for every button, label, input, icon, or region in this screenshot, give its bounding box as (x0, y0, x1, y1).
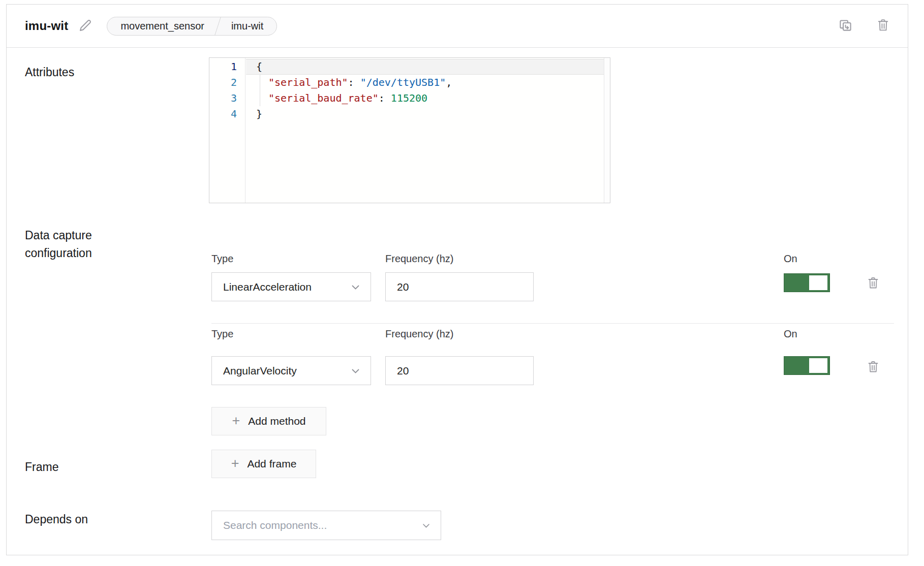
trash-icon (867, 367, 879, 375)
code-token: , (446, 76, 452, 88)
capture-toggle[interactable] (784, 273, 830, 292)
trash-icon (877, 18, 889, 34)
type-select-value: LinearAcceleration (223, 281, 352, 293)
type-select[interactable]: AngularVelocity (211, 356, 371, 385)
attributes-json-editor[interactable]: 1 2 3 4 { "serial_path": "/dev/ttyUSB1",… (209, 57, 610, 203)
frequency-input[interactable] (385, 356, 534, 385)
frame-label: Frame (25, 460, 58, 474)
code-token: : (348, 76, 360, 88)
component-header: imu-wit movement_sensor imu-wit (7, 5, 908, 48)
duplicate-icon (839, 18, 852, 34)
data-capture-label: Data capture configuration (25, 227, 134, 262)
line-number: 4 (209, 106, 245, 122)
type-select[interactable]: LinearAcceleration (211, 272, 371, 301)
toggle-knob (809, 358, 827, 373)
add-frame-button[interactable]: + Add frame (211, 450, 316, 478)
code-line: { (246, 59, 604, 75)
type-select-value: AngularVelocity (223, 365, 352, 377)
code-token: "serial_baud_rate" (268, 92, 379, 104)
chevron-down-icon (423, 521, 429, 530)
add-method-button[interactable]: + Add method (211, 407, 326, 435)
code-line: } (246, 106, 604, 122)
pencil-icon (79, 19, 91, 33)
code-token: { (256, 60, 262, 73)
code-token: : (379, 92, 391, 104)
edit-name-button[interactable] (79, 19, 91, 33)
capture-toggle[interactable] (784, 356, 830, 375)
type-label: Type (211, 253, 233, 265)
row-divider (211, 323, 894, 324)
toggle-knob (809, 275, 827, 290)
chevron-down-icon (352, 282, 359, 292)
code-token: "/dev/ttyUSB1" (360, 76, 446, 88)
depends-on-select[interactable] (211, 511, 441, 540)
add-method-label: Add method (248, 415, 305, 427)
plus-icon: + (231, 457, 239, 470)
depends-on-search-input[interactable] (223, 519, 423, 531)
editor-scrollbar[interactable] (604, 58, 610, 203)
add-frame-label: Add frame (247, 458, 296, 470)
frequency-label: Frequency (hz) (385, 253, 454, 265)
delete-method-button[interactable] (867, 276, 879, 291)
component-title: imu-wit (25, 19, 68, 33)
header-actions (839, 18, 889, 34)
editor-code-area[interactable]: { "serial_path": "/dev/ttyUSB1", "serial… (246, 58, 604, 203)
component-config-card: imu-wit movement_sensor imu-wit (6, 4, 908, 555)
code-token: "serial_path" (268, 76, 348, 88)
toggle-label: On (784, 328, 797, 340)
code-line: "serial_baud_rate": 115200 (246, 90, 604, 106)
attributes-label: Attributes (25, 66, 74, 79)
breadcrumb-parent[interactable]: movement_sensor (107, 20, 218, 32)
breadcrumb: movement_sensor imu-wit (107, 17, 277, 36)
delete-method-button[interactable] (867, 360, 879, 375)
code-line: "serial_path": "/dev/ttyUSB1", (246, 75, 604, 90)
trash-icon (867, 284, 879, 291)
duplicate-component-button[interactable] (839, 18, 852, 34)
line-number: 2 (209, 75, 245, 90)
code-token: 115200 (391, 92, 427, 104)
frequency-input[interactable] (385, 272, 534, 301)
plus-icon: + (232, 414, 240, 428)
depends-on-label: Depends on (25, 513, 88, 526)
editor-line-number-gutter: 1 2 3 4 (209, 58, 245, 203)
breadcrumb-current[interactable]: imu-wit (218, 20, 276, 32)
toggle-label: On (784, 253, 797, 265)
line-number: 3 (209, 90, 245, 106)
code-token: } (256, 108, 262, 120)
frequency-label: Frequency (hz) (385, 328, 454, 340)
delete-component-button[interactable] (877, 18, 889, 34)
line-number: 1 (209, 59, 245, 75)
type-label: Type (211, 328, 233, 340)
chevron-down-icon (352, 366, 359, 375)
